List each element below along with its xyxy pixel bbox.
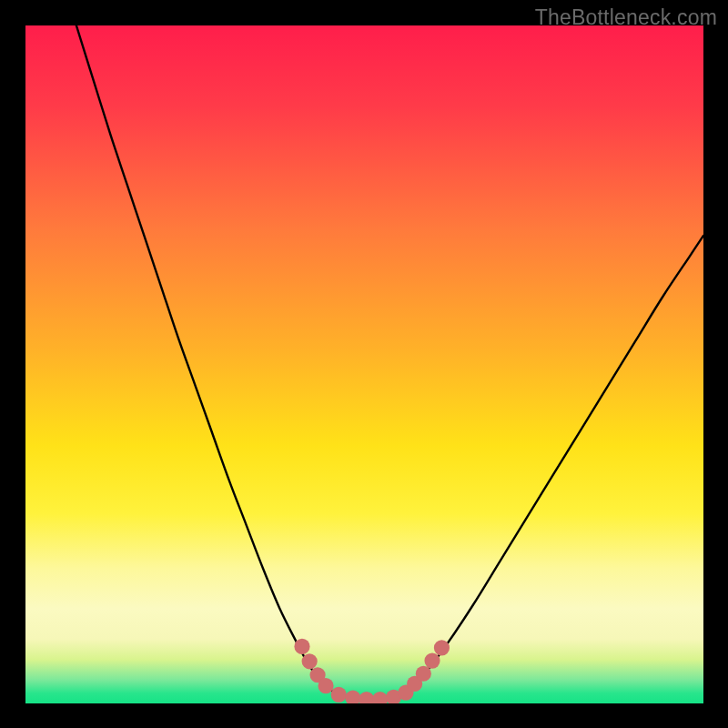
valley-marker: [416, 666, 431, 682]
valley-marker: [318, 678, 333, 693]
watermark-text: TheBottleneck.com: [535, 5, 717, 30]
bottleneck-chart: [25, 25, 703, 703]
valley-marker: [331, 687, 347, 703]
valley-marker: [434, 640, 450, 655]
valley-marker: [294, 639, 309, 654]
stage: TheBottleneck.com: [0, 0, 728, 728]
chart-svg: [25, 25, 703, 703]
valley-marker: [424, 653, 440, 669]
valley-marker: [302, 653, 318, 669]
gradient-background: [25, 25, 703, 703]
